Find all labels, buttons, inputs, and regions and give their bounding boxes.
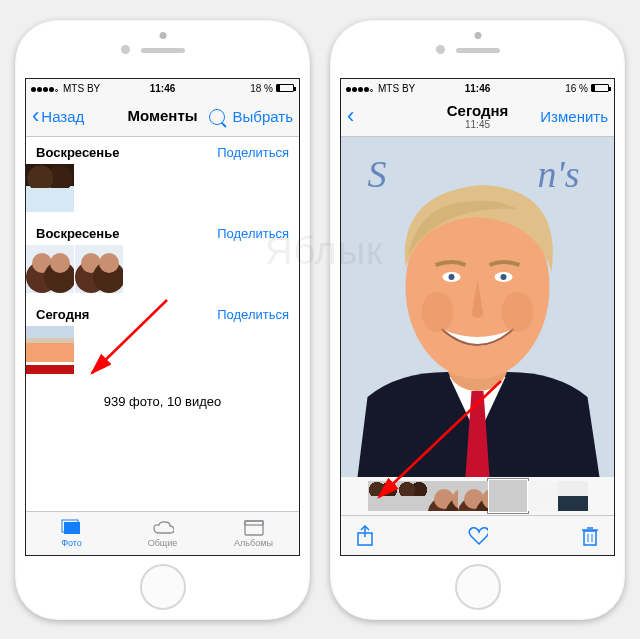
svg-rect-19 <box>584 531 596 545</box>
moments-content[interactable]: Воскресенье Поделиться Воскресенье Подел… <box>26 137 299 511</box>
phone-speaker <box>456 48 500 53</box>
phone-speaker <box>141 48 185 53</box>
back-label: Назад <box>41 108 84 125</box>
phone-right: MTS BY 11:46 16 % ‹ Сегодня 11:45 Измени… <box>330 20 625 620</box>
battery-percent: 16 % <box>565 83 588 94</box>
tab-label: Общие <box>148 538 178 548</box>
screen-moments: MTS BY 11:46 18 % ‹ Назад Моменты Выбрат… <box>25 78 300 556</box>
search-icon[interactable] <box>209 109 225 125</box>
photo-toolbar <box>341 515 614 555</box>
svg-rect-3 <box>245 521 263 535</box>
nav-bar: ‹ Назад Моменты Выбрать <box>26 97 299 137</box>
filmstrip-thumb[interactable] <box>458 481 488 511</box>
svg-text:n's: n's <box>538 153 580 195</box>
filmstrip-thumb[interactable] <box>368 481 398 511</box>
svg-point-14 <box>422 292 454 332</box>
nav-title: Сегодня 11:45 <box>447 103 509 131</box>
svg-point-13 <box>501 274 507 280</box>
tab-label: Фото <box>61 538 82 548</box>
phone-prox-sensor <box>121 45 130 54</box>
photo-main: S n's <box>341 137 614 477</box>
screen-photo-detail: MTS BY 11:46 16 % ‹ Сегодня 11:45 Измени… <box>340 78 615 556</box>
status-bar: MTS BY 11:46 16 % <box>341 79 614 97</box>
carrier-label: MTS BY <box>63 83 100 94</box>
svg-text:S: S <box>368 153 387 195</box>
share-link[interactable]: Поделиться <box>217 226 289 241</box>
svg-rect-4 <box>245 521 263 525</box>
svg-point-15 <box>502 292 534 332</box>
tab-shared[interactable]: Общие <box>117 512 208 555</box>
nav-title: Моменты <box>127 108 197 125</box>
trash-icon[interactable] <box>580 526 600 546</box>
share-link[interactable]: Поделиться <box>217 307 289 322</box>
filmstrip-thumb[interactable] <box>398 481 428 511</box>
moment-section: Воскресенье Поделиться <box>26 137 299 218</box>
photo-thumb[interactable] <box>26 326 74 374</box>
photo-thumb[interactable] <box>75 245 123 293</box>
home-button[interactable] <box>455 564 501 610</box>
battery-icon <box>276 84 294 92</box>
nav-bar: ‹ Сегодня 11:45 Изменить <box>341 97 614 137</box>
moment-section: Сегодня Поделиться <box>26 299 299 380</box>
phone-camera <box>159 32 166 39</box>
home-button[interactable] <box>140 564 186 610</box>
photo-viewer[interactable]: S n's <box>341 137 614 477</box>
status-time: 11:46 <box>150 83 176 94</box>
section-title: Сегодня <box>36 307 89 322</box>
carrier-label: MTS BY <box>378 83 415 94</box>
svg-point-11 <box>449 274 455 280</box>
photos-stack-icon <box>61 519 83 537</box>
select-button[interactable]: Выбрать <box>233 108 293 125</box>
battery-icon <box>591 84 609 92</box>
battery-percent: 18 % <box>250 83 273 94</box>
filmstrip[interactable] <box>341 477 614 515</box>
filmstrip-thumb[interactable] <box>528 481 558 511</box>
photo-thumb[interactable] <box>26 164 74 212</box>
phone-camera <box>474 32 481 39</box>
filmstrip-thumb[interactable] <box>558 481 588 511</box>
moment-section: Воскресенье Поделиться <box>26 218 299 299</box>
status-bar: MTS BY 11:46 18 % <box>26 79 299 97</box>
phone-prox-sensor <box>436 45 445 54</box>
tab-albums[interactable]: Альбомы <box>208 512 299 555</box>
filmstrip-thumb[interactable] <box>428 481 458 511</box>
albums-icon <box>243 519 265 537</box>
nav-subtitle: 11:45 <box>447 119 509 130</box>
back-button[interactable]: ‹ Назад <box>32 108 84 125</box>
photo-thumb[interactable] <box>26 245 74 293</box>
signal-dots-icon <box>346 83 374 94</box>
tab-bar: Фото Общие Альбомы <box>26 511 299 555</box>
photo-count: 939 фото, 10 видео <box>26 380 299 423</box>
tab-photos[interactable]: Фото <box>26 512 117 555</box>
edit-button[interactable]: Изменить <box>540 108 608 125</box>
cloud-icon <box>152 519 174 537</box>
heart-icon[interactable] <box>468 526 488 546</box>
share-icon[interactable] <box>355 526 375 546</box>
share-link[interactable]: Поделиться <box>217 145 289 160</box>
section-title: Воскресенье <box>36 145 119 160</box>
filmstrip-thumb-selected[interactable] <box>488 479 528 513</box>
tab-label: Альбомы <box>234 538 273 548</box>
phone-left: MTS BY 11:46 18 % ‹ Назад Моменты Выбрат… <box>15 20 310 620</box>
signal-dots-icon <box>31 83 59 94</box>
status-time: 11:46 <box>465 83 491 94</box>
section-title: Воскресенье <box>36 226 119 241</box>
